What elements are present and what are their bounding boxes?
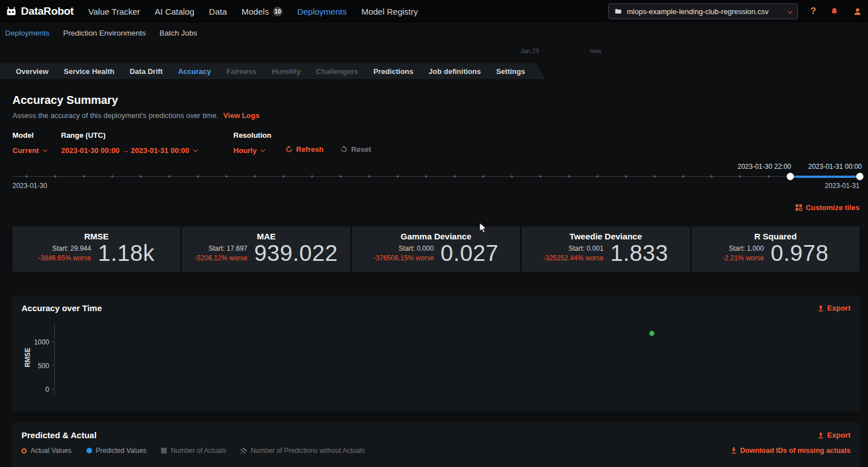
nav-item-model-registry[interactable]: Model Registry [361, 7, 418, 16]
accuracy-over-time-chart: RMSE 1000 500 0 [21, 313, 850, 403]
nav-item-ai-catalog[interactable]: AI Catalog [155, 7, 194, 16]
help-button[interactable]: ? [810, 6, 816, 16]
metric-change: -5206.12% worse [194, 254, 247, 262]
customize-tiles-icon [795, 204, 802, 211]
tab-data-drift[interactable]: Data Drift [129, 67, 163, 76]
slider-handle-left[interactable] [787, 173, 794, 180]
export-predicted-button[interactable]: Export [818, 431, 850, 439]
time-range-slider: 2023-01-30 22:00 2023-01-31 00:00 2023-0… [12, 163, 860, 191]
tab-predictions[interactable]: Predictions [374, 67, 414, 76]
subnav-item-prediction-environments[interactable]: Prediction Environments [63, 29, 146, 37]
y-axis-tick-mark [51, 365, 54, 366]
nav-item-deployments[interactable]: Deployments [297, 7, 347, 16]
slider-track[interactable] [12, 172, 860, 181]
metric-tile-r-squared: R Squared Start: 1.000 -2.21% worse 0.97… [692, 226, 860, 272]
export-icon [818, 432, 824, 439]
metric-tile-mae: MAE Start: 17.697 -5206.12% worse 939.02… [182, 226, 350, 272]
slider-start-handle-label: 2023-01-30 22:00 [737, 163, 791, 171]
customize-tiles-button[interactable]: Customize tiles [795, 203, 860, 212]
legend-item-number-of-actuals[interactable]: Number of Actuals [161, 447, 226, 455]
download-missing-actuals-button[interactable]: Download IDs of missing actuals [731, 447, 850, 455]
deployment-tab-bar: Overview Service Health Data Drift Accur… [0, 63, 545, 79]
tab-accuracy[interactable]: Accuracy [178, 67, 211, 76]
metric-current-value: 0.027 [441, 242, 499, 264]
accuracy-plot: 1000 500 0 [54, 330, 843, 390]
y-axis-tick-mark [51, 389, 54, 390]
accuracy-over-time-title: Accuracy over Time [21, 303, 102, 313]
metric-current-value: 1.18k [98, 242, 154, 264]
predicted-and-actual-panel: Predicted & Actual Export Actual Values … [12, 422, 860, 467]
page-subtitle: Assess the accuracy of this deployment's… [12, 111, 860, 120]
metric-name: Gamma Deviance [401, 232, 471, 241]
datarobot-logo[interactable]: DataRobot [6, 5, 73, 18]
tab-settings[interactable]: Settings [496, 67, 525, 76]
reset-icon [340, 146, 348, 153]
model-label: Model [12, 131, 61, 139]
resolution-value: Hourly [233, 146, 257, 155]
nav-item-value-tracker[interactable]: Value Tracker [88, 7, 140, 16]
page-subtitle-text: Assess the accuracy of this deployment's… [12, 111, 218, 120]
predicted-actual-title: Predicted & Actual [21, 430, 97, 440]
metric-change: -325252.44% worse [543, 254, 604, 262]
range-label: Range (UTC) [61, 131, 233, 139]
view-logs-link[interactable]: View Logs [223, 111, 259, 120]
metric-tiles-row: RMSE Start: 29.944 -3846.65% worse 1.18k… [12, 226, 860, 272]
predictions-without-actuals-swatch-icon [241, 448, 246, 453]
notifications-bell-icon[interactable] [830, 7, 839, 16]
legend-label: Number of Actuals [171, 447, 226, 455]
legend-item-actual-values[interactable]: Actual Values [21, 447, 72, 455]
metric-change: -2.21% worse [722, 254, 763, 262]
slider-handle-right[interactable] [856, 173, 863, 180]
accuracy-page: Accuracy Summary Assess the accuracy of … [12, 79, 860, 467]
dataset-selector[interactable]: mlops-example-lending-club-regression.cs… [608, 3, 798, 19]
slider-range-start-label: 2023-01-30 [12, 182, 47, 191]
nav-item-models[interactable]: Models 10 [242, 7, 283, 16]
user-profile-icon[interactable] [853, 7, 862, 16]
folder-icon [614, 7, 622, 15]
metric-change: -376506.15% worse [374, 254, 434, 262]
nav-item-data[interactable]: Data [209, 7, 227, 16]
metric-change: -3846.65% worse [38, 254, 91, 262]
refresh-button[interactable]: Refresh [285, 145, 323, 154]
y-axis-tick-label: 500 [38, 362, 49, 370]
metric-current-value: 939.022 [254, 242, 338, 264]
legend-label: Predicted Values [96, 447, 147, 455]
legend-item-predictions-without-actuals[interactable]: Number of Predictions without Actuals [241, 447, 364, 455]
date-range-select[interactable]: 2023-01-30 00:00 → 2023-01-31 00:00 [61, 146, 233, 155]
refresh-icon [285, 146, 293, 153]
resolution-select[interactable]: Hourly [233, 146, 285, 155]
tab-job-definitions[interactable]: Job definitions [429, 67, 481, 76]
models-count-badge: 10 [273, 7, 283, 16]
tab-challengers: Challengers [316, 67, 358, 76]
accuracy-controls: Model Current Range (UTC) 2023-01-30 00:… [12, 131, 860, 155]
model-select[interactable]: Current [12, 146, 61, 155]
metric-start-value: Start: 29.944 [38, 245, 91, 252]
legend-item-predicted-values[interactable]: Predicted Values [86, 447, 147, 455]
export-label: Export [827, 304, 850, 312]
metric-start-value: Start: 0.000 [374, 245, 434, 252]
metric-start-value: Start: 17.697 [194, 245, 247, 252]
metric-name: MAE [257, 232, 275, 241]
export-accuracy-button[interactable]: Export [818, 304, 850, 312]
tab-overview[interactable]: Overview [16, 67, 49, 76]
y-axis-label: RMSE [24, 348, 32, 368]
chevron-down-icon [43, 147, 47, 151]
accuracy-data-point[interactable] [649, 331, 654, 336]
date-range-value: 2023-01-30 00:00 → 2023-01-31 00:00 [61, 146, 189, 155]
metric-start-value: Start: 0.001 [543, 245, 604, 252]
tab-fairness: Fairness [227, 67, 257, 76]
y-axis-tick-label: 1000 [34, 338, 49, 346]
chevron-down-icon [193, 147, 198, 151]
slider-end-handle-label: 2023-01-31 00:00 [808, 163, 862, 171]
metric-tile-tweedie-deviance: Tweedie Deviance Start: 0.001 -325252.44… [522, 226, 689, 272]
number-of-actuals-swatch-icon [161, 448, 167, 453]
y-axis-tick-mark [51, 342, 54, 342]
subnav-item-batch-jobs[interactable]: Batch Jobs [159, 29, 197, 37]
tab-service-health[interactable]: Service Health [64, 67, 115, 76]
page-title: Accuracy Summary [12, 94, 860, 107]
reset-button[interactable]: Reset [340, 145, 371, 154]
metric-start-value: Start: 1.000 [722, 245, 763, 252]
subnav-item-deployments[interactable]: Deployments [5, 29, 50, 37]
legend-label: Actual Values [31, 447, 72, 455]
resolution-label: Resolution [233, 131, 285, 139]
